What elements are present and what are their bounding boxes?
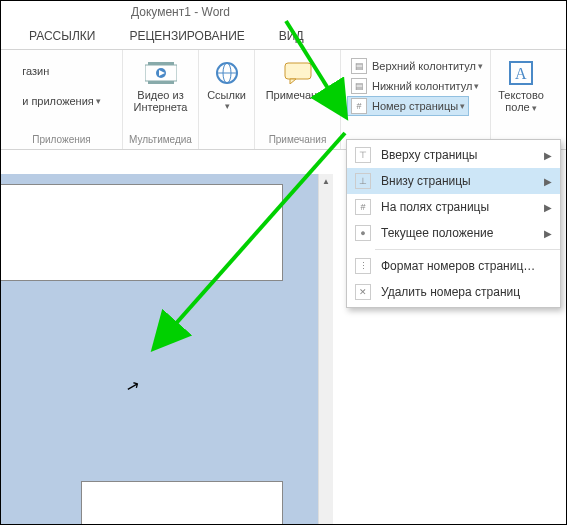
- current-position-icon: ●: [355, 225, 371, 241]
- title-bar: Документ1 - Word: [1, 1, 566, 23]
- header-icon: ▤: [351, 58, 367, 74]
- submenu-arrow-icon: ▶: [544, 176, 552, 187]
- video-icon: [145, 57, 177, 89]
- submenu-arrow-icon: ▶: [544, 150, 552, 161]
- header-button[interactable]: ▤ Верхний колонтитул▾: [347, 56, 487, 76]
- text-box-button[interactable]: A Текстово поле▾: [492, 53, 550, 117]
- menu-bottom-of-page[interactable]: ⊥ Внизу страницы ▶: [347, 168, 560, 194]
- menu-top-of-page[interactable]: ⊤ Вверху страницы ▶: [347, 142, 560, 168]
- links-button[interactable]: Ссылки ▾: [201, 53, 252, 115]
- svg-rect-8: [285, 63, 311, 79]
- page-top-icon: ⊤: [355, 147, 371, 163]
- svg-rect-2: [148, 81, 174, 84]
- tab-view[interactable]: ВИД: [279, 29, 304, 43]
- menu-format-numbers[interactable]: ⋮ Формат номеров страниц…: [347, 253, 560, 279]
- page-margins-icon: #: [355, 199, 371, 215]
- group-label-apps: Приложения: [32, 134, 91, 147]
- menu-separator: [375, 249, 560, 250]
- ribbon-tabs: РАССЫЛКИ РЕЦЕНЗИРОВАНИЕ ВИД: [1, 23, 566, 50]
- submenu-arrow-icon: ▶: [544, 228, 552, 239]
- comment-button[interactable]: Примечание: [260, 53, 336, 105]
- group-label-media: Мультимедиа: [129, 134, 192, 147]
- page-preview-2: 1: [81, 481, 283, 524]
- page-number-menu: ⊤ Вверху страницы ▶ ⊥ Внизу страницы ▶ #…: [346, 139, 561, 308]
- tab-mailings[interactable]: РАССЫЛКИ: [29, 29, 95, 43]
- svg-text:A: A: [515, 65, 527, 82]
- scroll-up-arrow[interactable]: ▲: [319, 174, 333, 189]
- store-button[interactable]: газин: [18, 63, 53, 79]
- page-number-icon: #: [351, 98, 367, 114]
- group-label-notes: Примечания: [269, 134, 327, 147]
- tab-review[interactable]: РЕЦЕНЗИРОВАНИЕ: [129, 29, 244, 43]
- page-number-button[interactable]: # Номер страницы▾: [347, 96, 469, 116]
- remove-icon: ✕: [355, 284, 371, 300]
- link-icon: [211, 57, 243, 89]
- my-apps-button[interactable]: и приложения▾: [18, 93, 105, 109]
- vertical-scrollbar[interactable]: ▲: [318, 174, 333, 524]
- svg-marker-9: [290, 79, 296, 84]
- ribbon: газин и приложения▾ Приложения Видео из …: [1, 50, 566, 150]
- submenu-arrow-icon: ▶: [544, 202, 552, 213]
- footer-button[interactable]: ▤ Нижний колонтитул▾: [347, 76, 483, 96]
- footer-icon: ▤: [351, 78, 367, 94]
- text-box-icon: A: [505, 57, 537, 89]
- document-canvas[interactable]: 1 1 ▲: [1, 174, 333, 524]
- app-title: Документ1 - Word: [131, 5, 230, 19]
- menu-remove-numbers[interactable]: ✕ Удалить номера страниц: [347, 279, 560, 305]
- page-bottom-icon: ⊥: [355, 173, 371, 189]
- menu-current-position[interactable]: ● Текущее положение ▶: [347, 220, 560, 246]
- online-video-button[interactable]: Видео из Интернета: [128, 53, 194, 117]
- page-preview-1: [1, 184, 283, 281]
- svg-rect-1: [148, 62, 174, 65]
- format-icon: ⋮: [355, 258, 371, 274]
- menu-page-margins[interactable]: # На полях страницы ▶: [347, 194, 560, 220]
- comment-icon: [282, 57, 314, 89]
